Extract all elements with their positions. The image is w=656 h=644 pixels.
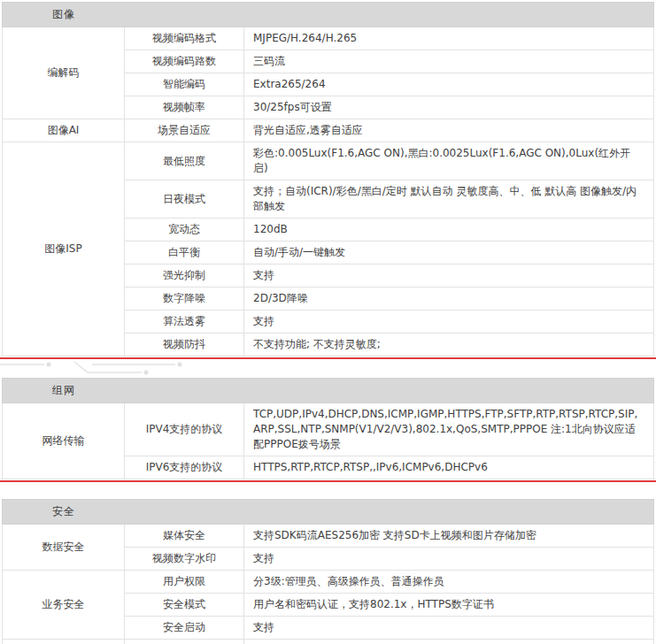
spec-label: 媒体安全 — [125, 525, 244, 548]
table-gap — [0, 482, 656, 499]
group-cell-image-ai: 图像AI — [3, 119, 125, 142]
section-header-network: 组网 — [3, 379, 654, 403]
table-row: 图像AI 场景自适应 背光自适应,透雾自适应 — [3, 119, 654, 142]
table-row: 业务安全 用户权限 分3级:管理员、高级操作员、普通操作员 — [3, 571, 654, 594]
spec-label: 日夜模式 — [125, 180, 244, 218]
spec-sheet-page: 图像 编解码 视频编码格式 MJPEG/H.264/H.265 视频编码路数 三… — [0, 0, 656, 644]
spec-label: 强光抑制 — [125, 264, 244, 288]
spec-value: 自动/手动/一键触发 — [244, 242, 654, 264]
spec-value: 背光自适应,透雾自适应 — [244, 119, 654, 142]
group-cell-data-security: 数据安全 — [3, 525, 125, 571]
spec-table-network: 组网 网络传输 IPV4支持的协议 TCP,UDP,IPv4,DHCP,DNS,… — [2, 378, 654, 479]
spec-value: HTTPS,RTP,RTCP,RTSP,,IPv6,ICMPv6,DHCPv6 — [244, 456, 654, 479]
table-row: 数据安全 媒体安全 支持SDK码流AES256加密 支持SD卡上视频和图片存储加… — [3, 525, 654, 548]
spec-value: TCP,UDP,IPv4,DHCP,DNS,ICMP,IGMP,HTTPS,FT… — [244, 403, 654, 456]
spec-value: 用户名和密码认证，支持802.1x，HTTPS数字证书 — [244, 594, 654, 617]
spec-table-security: 安全 数据安全 媒体安全 支持SDK码流AES256加密 支持SD卡上视频和图片… — [2, 499, 654, 644]
table-row: 安全认证 GB35114 支持 — [3, 640, 654, 644]
spec-label: 视频编码格式 — [125, 27, 244, 50]
spec-value: 支持 — [244, 617, 654, 640]
table-gap — [0, 359, 656, 378]
spec-label: 用户权限 — [125, 571, 244, 594]
spec-table-image: 图像 编解码 视频编码格式 MJPEG/H.264/H.265 视频编码路数 三… — [2, 2, 654, 356]
spec-label: 视频防抖 — [125, 334, 244, 356]
section-header-cell: 安全 — [3, 500, 654, 525]
group-cell-codec: 编解码 — [3, 27, 125, 119]
spec-value: 支持；自动(ICR)/彩色/黑白/定时 默认自动 灵敏度高、中、低 默认高 图像… — [244, 180, 654, 218]
table-row: 网络传输 IPV4支持的协议 TCP,UDP,IPv4,DHCP,DNS,ICM… — [3, 403, 654, 456]
spec-value: 支持SDK码流AES256加密 支持SD卡上视频和图片存储加密 — [244, 525, 654, 548]
spec-label: 安全启动 — [125, 617, 244, 640]
group-cell-network-transfer: 网络传输 — [3, 403, 125, 479]
spec-label: IPV6支持的协议 — [125, 456, 244, 479]
section-title: 安全 — [3, 504, 125, 519]
spec-value: MJPEG/H.264/H.265 — [244, 27, 654, 50]
spec-label: 最低照度 — [125, 142, 244, 180]
group-cell-service-security: 业务安全 — [3, 571, 125, 640]
section-header-security: 安全 — [3, 500, 654, 525]
section-header-cell: 图像 — [3, 3, 654, 27]
spec-value: 三码流 — [244, 50, 654, 73]
group-cell-image-isp: 图像ISP — [3, 142, 125, 356]
spec-label: 算法透雾 — [125, 310, 244, 334]
spec-label: 场景自适应 — [125, 119, 244, 142]
spec-value: 支持 — [244, 264, 654, 288]
spec-label: 视频帧率 — [125, 96, 244, 119]
spec-value: 120dB — [244, 218, 654, 242]
spec-value: 30/25fps可设置 — [244, 96, 654, 119]
circuit-trace-decoration — [0, 361, 195, 377]
spec-label: 安全模式 — [125, 594, 244, 617]
section-header-image: 图像 — [3, 3, 654, 27]
spec-value: 不支持功能; 不支持灵敏度; — [244, 334, 654, 356]
spec-label: 智能编码 — [125, 73, 244, 96]
spec-label: GB35114 — [125, 640, 244, 644]
section-header-cell: 组网 — [3, 379, 654, 403]
spec-label: 白平衡 — [125, 242, 244, 264]
group-cell-security-cert: 安全认证 — [3, 640, 125, 644]
section-title: 图像 — [3, 7, 125, 22]
spec-label: 宽动态 — [125, 218, 244, 242]
section-title: 组网 — [3, 383, 125, 398]
table-row: 编解码 视频编码格式 MJPEG/H.264/H.265 — [3, 27, 654, 50]
spec-value: 2D/3D降噪 — [244, 288, 654, 310]
spec-label: IPV4支持的协议 — [125, 403, 244, 456]
spec-value: Extra265/264 — [244, 73, 654, 96]
spec-value: 支持 — [244, 310, 654, 334]
spec-value: 支持 — [244, 640, 654, 644]
spec-label: 视频编码路数 — [125, 50, 244, 73]
spec-value: 彩色:0.005Lux(F1.6,AGC ON),黑白:0.0025Lux(F1… — [244, 142, 654, 180]
table-row: 图像ISP 最低照度 彩色:0.005Lux(F1.6,AGC ON),黑白:0… — [3, 142, 654, 180]
spec-value: 分3级:管理员、高级操作员、普通操作员 — [244, 571, 654, 594]
spec-label: 数字降噪 — [125, 288, 244, 310]
spec-label: 视频数字水印 — [125, 548, 244, 571]
spec-value: 支持 — [244, 548, 654, 571]
